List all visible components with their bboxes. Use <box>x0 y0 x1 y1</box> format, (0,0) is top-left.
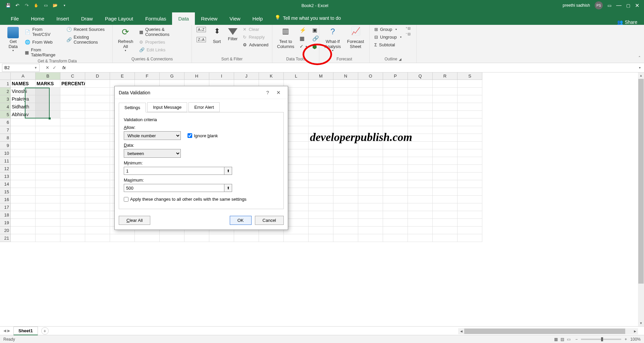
cell[interactable] <box>433 157 458 165</box>
group-button[interactable]: ⊞Group▾ <box>373 26 403 33</box>
cell[interactable] <box>85 126 110 134</box>
cell[interactable] <box>433 126 458 134</box>
cell[interactable] <box>408 196 433 203</box>
cell[interactable] <box>60 103 85 111</box>
name-box[interactable]: B2 ▼ <box>2 64 40 72</box>
cell[interactable] <box>309 165 333 173</box>
cell[interactable] <box>85 118 110 126</box>
cell[interactable] <box>358 80 383 88</box>
cell[interactable] <box>36 173 60 180</box>
cell[interactable] <box>333 211 358 219</box>
ok-button[interactable]: OK <box>230 216 252 225</box>
cell[interactable] <box>11 234 36 242</box>
column-header[interactable]: E <box>110 72 135 80</box>
cell[interactable] <box>433 80 458 88</box>
cell[interactable] <box>36 134 60 142</box>
cell[interactable] <box>85 234 110 242</box>
sort-desc-button[interactable]: Z↓A <box>195 36 207 43</box>
sheet-tab-sheet1[interactable]: Sheet1 <box>13 327 38 335</box>
what-if-analysis-button[interactable]: ? What-If Analysis ▾ <box>323 26 343 53</box>
apply-changes-input[interactable] <box>124 197 128 202</box>
new-file-icon[interactable] <box>43 3 48 8</box>
cell[interactable] <box>458 126 482 134</box>
cell[interactable] <box>11 126 36 134</box>
row-header[interactable]: 5 <box>0 111 11 118</box>
zoom-slider[interactable] <box>581 339 621 340</box>
cell[interactable] <box>309 157 333 165</box>
page-layout-view-icon[interactable]: ▤ <box>559 337 566 342</box>
cell[interactable] <box>11 211 36 219</box>
minimum-input[interactable] <box>124 167 224 175</box>
row-header[interactable]: 14 <box>0 180 11 188</box>
row-header[interactable]: 7 <box>0 126 11 134</box>
cell[interactable] <box>60 234 85 242</box>
cell[interactable] <box>408 219 433 227</box>
cell[interactable] <box>458 173 482 180</box>
ignore-blank-checkbox[interactable]: Ignore blank <box>187 133 218 138</box>
cell[interactable] <box>408 180 433 188</box>
row-header[interactable]: 19 <box>0 219 11 227</box>
cell[interactable] <box>408 188 433 196</box>
consolidate-button[interactable]: ▣ <box>311 26 320 34</box>
cell[interactable] <box>458 142 482 149</box>
column-header[interactable]: J <box>234 72 259 80</box>
cell[interactable] <box>36 234 60 242</box>
column-header[interactable]: Q <box>408 72 433 80</box>
cell[interactable] <box>85 219 110 227</box>
undo-icon[interactable] <box>15 3 20 8</box>
enter-formula-icon[interactable]: ✓ <box>53 65 56 70</box>
cell[interactable] <box>408 103 433 111</box>
cell[interactable] <box>433 103 458 111</box>
cell[interactable] <box>383 88 408 95</box>
column-header[interactable]: F <box>135 72 160 80</box>
dialog-close-button[interactable]: ✕ <box>273 90 284 96</box>
cell[interactable] <box>85 227 110 234</box>
cell[interactable] <box>333 103 358 111</box>
cell[interactable] <box>284 234 309 242</box>
cell[interactable] <box>309 234 333 242</box>
tab-insert[interactable]: Insert <box>50 12 75 25</box>
row-header[interactable]: 10 <box>0 149 11 157</box>
cell[interactable] <box>60 165 85 173</box>
tab-data[interactable]: Data <box>172 12 195 25</box>
get-data-button[interactable]: Get Data ▾ <box>5 26 21 53</box>
cell[interactable] <box>309 203 333 211</box>
cell[interactable] <box>433 196 458 203</box>
cell[interactable] <box>36 95 60 103</box>
hide-detail-button[interactable]: ⁻⊟ <box>406 32 411 36</box>
cell[interactable] <box>433 142 458 149</box>
row-header[interactable]: 1 <box>0 80 11 88</box>
cell[interactable] <box>383 111 408 118</box>
cell[interactable] <box>60 180 85 188</box>
cell[interactable] <box>383 219 408 227</box>
cell[interactable] <box>184 234 209 242</box>
tab-formulas[interactable]: Formulas <box>139 12 172 25</box>
cell[interactable] <box>433 234 458 242</box>
cell[interactable] <box>333 227 358 234</box>
cell[interactable] <box>85 196 110 203</box>
tab-review[interactable]: Review <box>195 12 223 25</box>
cell[interactable] <box>358 111 383 118</box>
redo-icon[interactable] <box>24 3 30 8</box>
cell[interactable] <box>333 188 358 196</box>
row-header[interactable]: 15 <box>0 188 11 196</box>
cell[interactable] <box>309 211 333 219</box>
cell[interactable] <box>36 188 60 196</box>
cell[interactable] <box>458 227 482 234</box>
cell[interactable] <box>458 196 482 203</box>
cell[interactable] <box>408 95 433 103</box>
row-header[interactable]: 8 <box>0 134 11 142</box>
scrollbar-thumb[interactable] <box>638 79 644 284</box>
cell[interactable] <box>408 149 433 157</box>
cell[interactable] <box>333 173 358 180</box>
cell[interactable] <box>383 180 408 188</box>
cell[interactable] <box>458 211 482 219</box>
row-header[interactable]: 4 <box>0 103 11 111</box>
column-header[interactable]: A <box>11 72 36 80</box>
close-icon[interactable]: ✕ <box>635 2 639 9</box>
cell[interactable] <box>11 142 36 149</box>
cell[interactable] <box>358 149 383 157</box>
cell[interactable] <box>358 203 383 211</box>
cell[interactable] <box>383 211 408 219</box>
cell[interactable] <box>333 149 358 157</box>
